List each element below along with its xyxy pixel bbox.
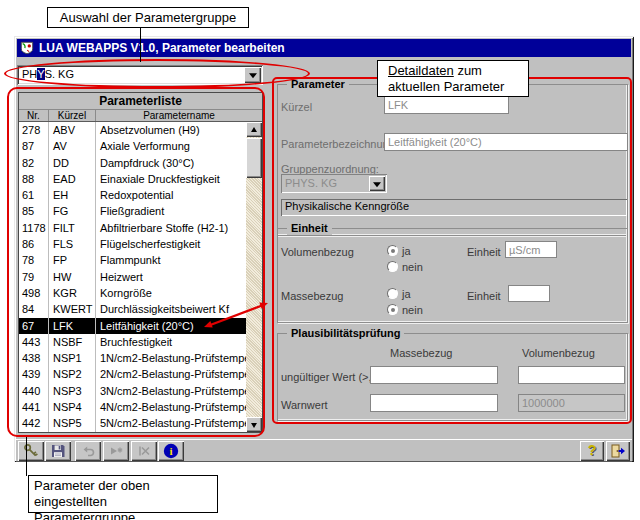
ungueltiger-wert-label: ungültiger Wert (>,<) <box>281 371 382 383</box>
cell-nr: 442 <box>19 415 49 431</box>
cell-kz: FILT <box>49 220 96 236</box>
plaus-col-volumenbezug: Volumenbezug <box>522 347 595 359</box>
massebezug-ja-label[interactable]: ja <box>402 288 411 300</box>
parameter-list-header: Nr. Kürzel Parametername <box>19 110 262 122</box>
list-row[interactable]: 443NSBFBruchfestigkeit <box>19 334 262 350</box>
parameter-list-title: Parameterliste <box>19 93 262 110</box>
list-row[interactable]: 87AVAxiale Verformung <box>19 138 262 154</box>
help-icon: ? ? <box>584 443 600 459</box>
title-bar[interactable]: LUA WEBAPPS V1.0, Parameter bearbeiten <box>17 39 631 57</box>
cell-nm: Flügelscherfestigkeit <box>96 236 262 252</box>
einheit-groupbox: Einheit <box>277 228 628 323</box>
undo-icon <box>80 443 96 459</box>
volumenbezug-radio-ja[interactable] <box>387 245 398 256</box>
cell-nr: 78 <box>19 252 49 268</box>
einheit-volumen-field[interactable]: µS/cm <box>505 241 557 258</box>
plausibilitaet-group-title: Plausibilitätsprüfung <box>287 327 404 340</box>
massebezug-radio-ja[interactable] <box>387 288 398 299</box>
callout-detaildaten-word: Detaildaten <box>388 63 454 78</box>
list-row[interactable]: 438NSP11N/cm2-Belastung-Prüfstempe <box>19 350 262 366</box>
gruppenzuordnung-dropdown-button[interactable] <box>369 176 385 191</box>
einheit-masse-label: Einheit <box>467 290 501 302</box>
cell-nr: 86 <box>19 236 49 252</box>
cell-nm: Redoxpotential <box>96 187 262 203</box>
ungueltig-masse-field[interactable] <box>370 366 498 384</box>
list-row[interactable]: 88EADEinaxiale Druckfestigkeit <box>19 171 262 187</box>
list-row[interactable]: 82DDDampfdruck (30°C) <box>19 155 262 171</box>
cell-kz: FP <box>49 252 96 268</box>
undo-button[interactable] <box>75 441 101 461</box>
list-row[interactable]: 79HWHeizwert <box>19 269 262 285</box>
cell-nr: 79 <box>19 269 49 285</box>
parameterbezeichnung-field[interactable]: Leitfähigkeit (20°C) <box>384 133 628 151</box>
callout-bottom-line2: Parametergruppe <box>34 510 135 520</box>
list-row[interactable]: 86FLSFlügelscherfestigkeit <box>19 236 262 252</box>
column-header-nr[interactable]: Nr. <box>19 110 49 121</box>
screenshot-root: LUA WEBAPPS V1.0, Parameter bearbeiten P… <box>0 0 640 520</box>
cell-kz: NSP3 <box>49 383 96 399</box>
save-button[interactable] <box>45 441 71 461</box>
list-row[interactable]: 61EHRedoxpotential <box>19 187 262 203</box>
plaus-col-massebezug: Massebezug <box>390 347 452 359</box>
column-header-kuerzel[interactable]: Kürzel <box>49 110 96 121</box>
exit-door-icon <box>610 443 626 459</box>
volumenbezug-nein-label[interactable]: nein <box>402 261 423 273</box>
volumenbezug-radio-nein[interactable] <box>387 261 398 272</box>
gruppenzuordnung-combobox[interactable]: PHYS. KG <box>281 174 387 193</box>
list-row[interactable]: 440NSP33N/cm2-Belastung-Prüfstempe <box>19 383 262 399</box>
list-row[interactable]: 1178FILTAbfiltrierbare Stoffe (H2-1) <box>19 220 262 236</box>
list-row[interactable]: 442NSP55N/cm2-Belastung-Prüfstempe <box>19 415 262 431</box>
column-header-parametername[interactable]: Parametername <box>96 110 262 121</box>
delete-record-icon <box>136 443 152 459</box>
delete-record-button[interactable] <box>131 441 157 461</box>
list-row[interactable]: 439NSP22N/cm2-Belastung-Prüfstempe <box>19 366 262 382</box>
cell-nr: 88 <box>19 171 49 187</box>
combo-dropdown-button[interactable] <box>244 67 261 83</box>
warnwert-volumen-field[interactable]: 1000000 <box>518 394 625 412</box>
parameter-list-panel: Parameterliste Nr. Kürzel Parametername … <box>18 92 263 433</box>
massebezug-radio-nein[interactable] <box>387 304 398 315</box>
cell-nm: Axiale Verformung <box>96 138 262 154</box>
cell-nr: 439 <box>19 366 49 382</box>
info-button[interactable]: i <box>158 441 184 461</box>
cell-nm: Einaxiale Druckfestigkeit <box>96 171 262 187</box>
cell-nm: Flammpunkt <box>96 252 262 268</box>
cell-kz: LFK <box>49 318 96 334</box>
gruppenzuordnung-value: PHYS. KG <box>285 177 337 189</box>
vertical-scrollbar[interactable] <box>246 122 262 432</box>
scrollbar-thumb[interactable] <box>246 138 262 178</box>
combo-text-selection: Y <box>37 68 44 80</box>
cell-nr: 443 <box>19 334 49 350</box>
list-row[interactable]: 85FGFließgradient <box>19 203 262 219</box>
cell-kz: NSBF <box>49 334 96 350</box>
scroll-up-button[interactable] <box>246 122 262 137</box>
scroll-down-button[interactable] <box>246 417 262 432</box>
kuerzel-field[interactable]: LFK <box>384 96 509 114</box>
warnwert-masse-field[interactable] <box>370 394 498 412</box>
list-row[interactable]: 78FPFlammpunkt <box>19 252 262 268</box>
parameter-group-combobox[interactable]: PHYS. KG <box>17 65 263 85</box>
parameterbezeichnung-label: Parameterbezeichnung <box>281 138 395 150</box>
kuerzel-label: Kürzel <box>281 101 312 113</box>
key-button[interactable] <box>18 441 44 461</box>
list-row[interactable]: 278ABVAbsetzvolumen (H9) <box>19 122 262 138</box>
volumenbezug-label: Volumenbezug <box>281 246 354 258</box>
svg-text:i: i <box>169 445 172 457</box>
ungueltig-volumen-field[interactable] <box>518 366 625 384</box>
cell-nr: 67 <box>19 318 49 334</box>
exit-button[interactable] <box>606 441 630 461</box>
cell-kz: DD <box>49 155 96 171</box>
cell-kz: KWERT <box>49 301 96 317</box>
cell-kz: FLS <box>49 236 96 252</box>
massebezug-nein-label[interactable]: nein <box>402 304 423 316</box>
einheit-masse-field[interactable] <box>508 285 550 302</box>
cell-nm: 4N/cm2-Belastung-Prüfstempe <box>96 399 262 415</box>
save-icon <box>50 443 66 459</box>
list-row[interactable]: 441NSP44N/cm2-Belastung-Prüfstempe <box>19 399 262 415</box>
help-button[interactable]: ? ? <box>580 441 604 461</box>
callout-detaildaten-line2: aktuellen Parameter <box>388 79 504 94</box>
insert-record-button[interactable] <box>103 441 129 461</box>
volumenbezug-ja-label[interactable]: ja <box>402 245 411 257</box>
cell-nm: Abfiltrierbare Stoffe (H2-1) <box>96 220 262 236</box>
window-title: LUA WEBAPPS V1.0, Parameter bearbeiten <box>39 39 285 57</box>
